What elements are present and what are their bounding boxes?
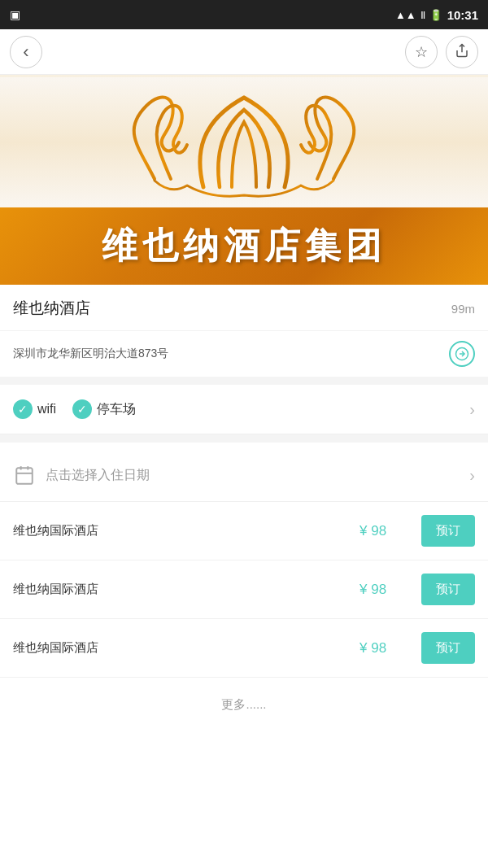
hotel-group-banner: 维也纳酒店集团 xyxy=(0,207,488,285)
room-item: 维也纳国际酒店 ¥ 98 预订 xyxy=(0,560,488,619)
hotel-distance: 99m xyxy=(451,302,475,316)
more-label: 更多...... xyxy=(221,697,266,711)
amenity-wifi: ✓ wifi xyxy=(13,399,56,419)
book-button-2[interactable]: 预订 xyxy=(421,574,475,605)
back-icon: ‹ xyxy=(23,41,28,63)
status-icons: ▲▲ Ⅱ 🔋 xyxy=(395,9,442,21)
room-list: 维也纳国际酒店 ¥ 98 预订 维也纳国际酒店 ¥ 98 预订 维也纳国际酒店 … xyxy=(0,502,488,678)
date-select-row[interactable]: 点击选择入住日期 › xyxy=(0,449,488,502)
room-item: 维也纳国际酒店 ¥ 98 预订 xyxy=(0,619,488,678)
hotel-name-row: 维也纳酒店 99m xyxy=(13,298,475,319)
clock: 10:31 xyxy=(447,8,478,22)
book-button-1[interactable]: 预订 xyxy=(421,515,475,547)
status-bar: ▣ ▲▲ Ⅱ 🔋 10:31 xyxy=(0,0,488,29)
more-row[interactable]: 更多...... xyxy=(0,678,488,737)
parking-label: 停车场 xyxy=(97,401,136,418)
wifi-status-icon: ▲▲ xyxy=(395,9,416,21)
hotel-name: 维也纳酒店 xyxy=(13,298,90,319)
back-button[interactable]: ‹ xyxy=(10,36,42,68)
room-name-3: 维也纳国际酒店 xyxy=(13,640,359,656)
book-button-3[interactable]: 预订 xyxy=(421,632,475,664)
date-placeholder-text: 点击选择入住日期 xyxy=(46,467,150,484)
wifi-check-icon: ✓ xyxy=(13,399,33,419)
address-row: 深圳市龙华新区明治大道873号 xyxy=(0,330,488,377)
favorite-button[interactable]: ☆ xyxy=(405,36,438,68)
svg-rect-3 xyxy=(16,468,33,484)
parking-check-icon: ✓ xyxy=(72,399,92,419)
battery-status-icon: 🔋 xyxy=(429,9,442,21)
amenity-parking: ✓ 停车场 xyxy=(72,399,136,419)
star-icon: ☆ xyxy=(415,43,428,61)
room-name-2: 维也纳国际酒店 xyxy=(13,582,359,597)
room-price-2: ¥ 98 xyxy=(359,582,408,598)
room-name-1: 维也纳国际酒店 xyxy=(13,523,359,539)
amenities-row[interactable]: ✓ wifi ✓ 停车场 › xyxy=(0,385,488,434)
share-icon xyxy=(455,43,469,61)
section-divider-2 xyxy=(0,434,488,443)
date-chevron-icon: › xyxy=(469,466,475,485)
signal-status-icon: Ⅱ xyxy=(420,9,425,21)
screen-icon: ▣ xyxy=(10,8,20,21)
hotel-group-name: 维也纳酒店集团 xyxy=(102,222,386,270)
amenities-chevron-icon: › xyxy=(469,400,475,419)
room-item: 维也纳国际酒店 ¥ 98 预订 xyxy=(0,502,488,560)
nav-right-actions: ☆ xyxy=(405,36,478,68)
nav-bar: ‹ ☆ xyxy=(0,29,488,75)
section-divider-1 xyxy=(0,377,488,385)
navigation-button[interactable] xyxy=(449,341,475,367)
room-price-3: ¥ 98 xyxy=(359,640,408,656)
hero-image: 维也纳酒店集团 xyxy=(0,75,488,286)
calendar-icon xyxy=(13,464,36,486)
decorative-logo-svg xyxy=(106,81,382,203)
hotel-address: 深圳市龙华新区明治大道873号 xyxy=(13,347,168,361)
share-button[interactable] xyxy=(446,36,478,68)
wifi-label: wifi xyxy=(37,402,56,417)
logo-decoration xyxy=(0,77,488,207)
hotel-info-section: 维也纳酒店 99m xyxy=(0,286,488,330)
room-price-1: ¥ 98 xyxy=(359,523,408,539)
